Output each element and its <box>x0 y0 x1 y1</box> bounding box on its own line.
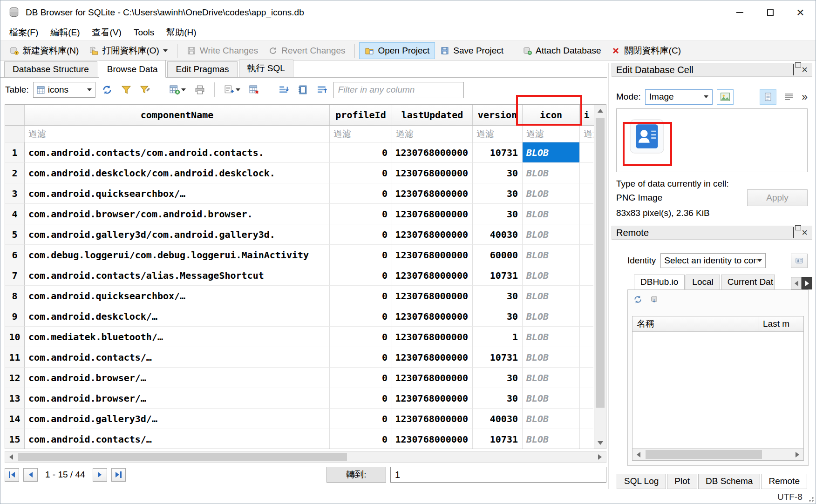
dock-tab-db-schema[interactable]: DB Schema <box>698 474 760 489</box>
row-number-cell[interactable]: 13 <box>5 388 25 409</box>
cell-componentName[interactable]: com.mediatek.bluetooth/… <box>25 327 330 347</box>
row-number-cell[interactable]: 15 <box>5 429 25 449</box>
cell-icon-blob[interactable]: BLOB <box>523 306 580 327</box>
cell-icon-blob[interactable]: BLOB <box>523 347 580 368</box>
last-record-button[interactable] <box>111 468 126 482</box>
row-number-cell[interactable]: 5 <box>5 224 25 245</box>
open-database-dropdown-icon[interactable] <box>163 49 168 52</box>
close-button[interactable]: × <box>785 0 816 25</box>
clone-database-button[interactable] <box>650 295 659 304</box>
cell-partial[interactable] <box>580 347 593 368</box>
close-database-button[interactable]: 關閉資料庫(C) <box>606 42 686 60</box>
global-filter-input[interactable] <box>333 82 464 98</box>
scroll-right-button[interactable] <box>594 451 606 463</box>
cell-version[interactable]: 30 <box>473 286 523 306</box>
cell-lastUpdated[interactable]: 1230768000000 <box>392 224 473 245</box>
row-number-cell[interactable]: 14 <box>5 409 25 429</box>
cell-lastUpdated[interactable]: 1230768000000 <box>392 306 473 327</box>
cell-componentName[interactable]: com.android.browser/… <box>25 368 330 388</box>
clear-filters-button[interactable] <box>119 83 134 97</box>
new-record-button[interactable] <box>167 83 188 97</box>
cell-lastUpdated[interactable]: 1230768000000 <box>392 265 473 286</box>
save-project-button[interactable]: Save Project <box>435 43 509 59</box>
dock-tab-remote[interactable]: Remote <box>761 474 807 489</box>
horizontal-scrollbar[interactable] <box>5 451 606 463</box>
cell-partial[interactable] <box>580 306 593 327</box>
cell-lastUpdated[interactable]: 1230768000000 <box>392 183 473 204</box>
cell-partial[interactable] <box>580 286 593 306</box>
tab-dbhub[interactable]: DBHub.io <box>634 275 685 290</box>
goto-record-input[interactable] <box>390 467 606 483</box>
remote-column-last-modified[interactable]: Last m <box>759 316 803 331</box>
row-number-cell[interactable]: 6 <box>5 245 25 265</box>
cell-content-viewer[interactable] <box>616 108 808 172</box>
cell-componentName[interactable]: com.android.deskclock/… <box>25 306 330 327</box>
cell-icon-blob[interactable]: BLOB <box>523 265 580 286</box>
scroll-up-button[interactable] <box>594 105 606 116</box>
column-header-profileId[interactable]: profileId <box>330 105 392 125</box>
cell-icon-blob[interactable]: BLOB <box>523 142 580 163</box>
cell-componentName[interactable]: com.android.browser/… <box>25 388 330 409</box>
cell-icon-blob[interactable]: BLOB <box>523 163 580 183</box>
filter-input-lastUpdated[interactable]: 過濾 <box>392 126 473 142</box>
word-wrap-button[interactable] <box>781 89 797 105</box>
revert-changes-button[interactable]: Revert Changes <box>263 43 350 59</box>
column-header-partial[interactable]: i <box>580 105 593 125</box>
vertical-scroll-track[interactable] <box>594 116 606 437</box>
row-number-cell[interactable]: 10 <box>5 327 25 347</box>
export-dropdown-icon[interactable] <box>236 88 240 91</box>
cell-partial[interactable] <box>580 183 593 204</box>
cell-lastUpdated[interactable]: 1230768000000 <box>392 368 473 388</box>
row-number-cell[interactable]: 8 <box>5 286 25 306</box>
cell-lastUpdated[interactable]: 1230768000000 <box>392 429 473 449</box>
cell-icon-blob[interactable]: BLOB <box>523 388 580 409</box>
horizontal-scroll-track[interactable] <box>17 451 594 463</box>
float-panel-button[interactable] <box>793 65 794 75</box>
window-resize-grip[interactable] <box>807 495 814 502</box>
new-database-button[interactable]: 新建資料庫(N) <box>4 42 84 60</box>
manage-identities-button[interactable] <box>791 254 808 268</box>
column-header-icon[interactable]: icon <box>523 105 580 125</box>
cell-profileId[interactable]: 0 <box>330 183 392 204</box>
cell-partial[interactable] <box>580 388 593 409</box>
cell-lastUpdated[interactable]: 1230768000000 <box>392 142 473 163</box>
cell-profileId[interactable]: 0 <box>330 245 392 265</box>
filter-input-componentName[interactable]: 過濾 <box>25 126 330 142</box>
horizontal-scroll-thumb[interactable] <box>18 453 347 461</box>
cell-icon-blob[interactable]: BLOB <box>523 224 580 245</box>
cell-icon-blob[interactable]: BLOB <box>523 245 580 265</box>
previous-record-button[interactable] <box>23 468 38 482</box>
apply-button[interactable]: Apply <box>747 189 808 206</box>
remote-table-body[interactable] <box>632 332 803 448</box>
cell-version[interactable]: 10731 <box>473 429 523 449</box>
cell-profileId[interactable]: 0 <box>330 265 392 286</box>
tab-execute-sql[interactable]: 執行 SQL <box>239 60 293 77</box>
cell-icon-blob[interactable]: BLOB <box>523 429 580 449</box>
sort-desc-button[interactable] <box>314 83 329 97</box>
tabs-scroll-left-button[interactable] <box>791 277 802 289</box>
cell-partial[interactable] <box>580 429 593 449</box>
cell-version[interactable]: 60000 <box>473 245 523 265</box>
float-remote-panel-button[interactable] <box>793 228 794 238</box>
save-filter-button[interactable] <box>295 83 310 97</box>
remote-horizontal-scrollbar[interactable] <box>632 448 803 460</box>
cell-icon-blob[interactable]: BLOB <box>523 286 580 306</box>
cell-lastUpdated[interactable]: 1230768000000 <box>392 204 473 224</box>
tab-edit-pragmas[interactable]: Edit Pragmas <box>167 61 237 77</box>
cell-partial[interactable] <box>580 224 593 245</box>
cell-version[interactable]: 1 <box>473 327 523 347</box>
cell-image-preview[interactable] <box>629 118 665 155</box>
cell-profileId[interactable]: 0 <box>330 368 392 388</box>
filter-conditions-button[interactable] <box>138 83 153 97</box>
cell-componentName[interactable]: com.android.contacts/… <box>25 347 330 368</box>
cell-version[interactable]: 10731 <box>473 265 523 286</box>
export-record-button[interactable] <box>222 83 243 97</box>
row-number-cell[interactable]: 11 <box>5 347 25 368</box>
cell-partial[interactable] <box>580 163 593 183</box>
cell-partial[interactable] <box>580 142 593 163</box>
tab-local[interactable]: Local <box>686 275 720 289</box>
cell-partial[interactable] <box>580 368 593 388</box>
cell-profileId[interactable]: 0 <box>330 409 392 429</box>
text-mode-button[interactable] <box>760 89 776 105</box>
minimize-button[interactable] <box>725 0 755 25</box>
